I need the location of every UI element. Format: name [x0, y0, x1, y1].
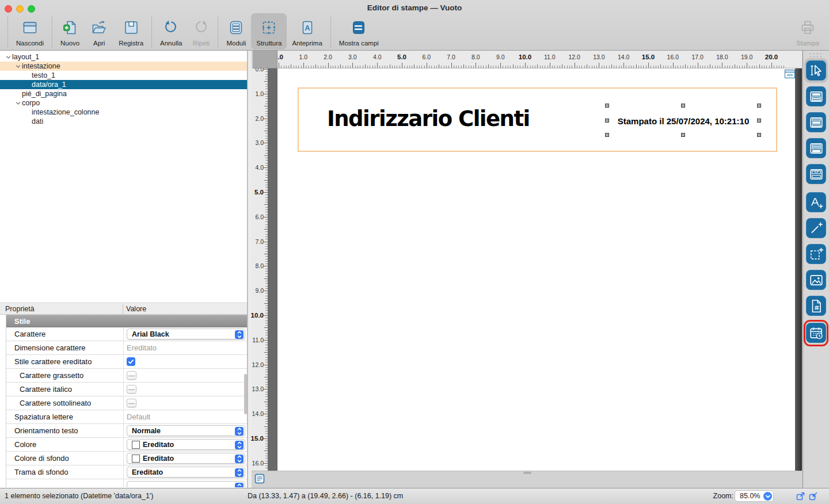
coordinates-status-text: Da (13.33, 1.47) a (19.49, 2.66) - (6.16…	[248, 492, 403, 500]
properties-header: Proprietà Valore	[0, 304, 248, 315]
inherited-value-text[interactable]: Default	[127, 413, 150, 421]
report-title-text[interactable]: Indirizzario Clienti	[327, 106, 530, 131]
selection-handle[interactable]	[681, 133, 685, 137]
toolbar-spacer	[384, 13, 792, 49]
checkbox-checked[interactable]	[127, 357, 135, 366]
v-ruler-major-tick	[263, 69, 268, 70]
body-band-tool-button[interactable]	[806, 112, 826, 132]
value-dropdown[interactable]: Arial Black	[127, 329, 245, 339]
zoom-label: Zoom:	[713, 492, 733, 500]
h-ruler-label: 10.0	[518, 54, 533, 60]
value-dropdown[interactable]: Normale	[127, 425, 245, 436]
band-code-toggle-icon[interactable]: </>	[785, 70, 795, 78]
v-ruler-major-tick	[263, 340, 268, 341]
stepper-icon	[235, 455, 244, 463]
mostra-campi-button[interactable]: Mostra campi	[334, 13, 384, 49]
apri-button[interactable]: Apri	[85, 13, 113, 49]
tree-item-pi-di-pagina[interactable]: pié_di_pagina	[0, 89, 248, 98]
zoom-select[interactable]: 85.0%	[735, 490, 774, 502]
tree-item-dati[interactable]: dati	[0, 117, 248, 126]
titlebar-toolbar: Editor di stampe — Vuoto NascondiNuovoAp…	[0, 0, 829, 51]
annulla-button[interactable]: Annulla	[155, 13, 187, 49]
tree-item-intestazione-colonne[interactable]: intestazione_colonne	[0, 108, 248, 117]
selection-handle[interactable]	[605, 133, 609, 137]
color-swatch	[132, 455, 140, 463]
property-row-carattere: CarattereArial Black	[6, 327, 248, 341]
layout-page[interactable]: Indirizzario Clienti Stampato il 25/07/2…	[277, 68, 795, 471]
tree-item-layout-1[interactable]: layout_1	[0, 52, 248, 62]
inherited-value-text[interactable]: Ereditato	[127, 343, 157, 352]
toolbar-grip-handle[interactable]	[809, 52, 824, 58]
selection-handle[interactable]	[605, 104, 609, 108]
selection-handle[interactable]	[605, 119, 609, 123]
selection-handle[interactable]	[757, 133, 761, 137]
style-section-header: Stile	[6, 315, 248, 327]
h-ruler-major-tick	[500, 63, 501, 68]
nascondi-button[interactable]: Nascondi	[11, 13, 49, 49]
scrollbar-thumb[interactable]	[523, 472, 531, 474]
header-band-tool-button[interactable]	[806, 86, 826, 106]
h-ruler-label: 9.0	[493, 54, 508, 60]
tree-item-intestazione[interactable]: intestazione	[0, 62, 248, 71]
tree-item-testo-1[interactable]: testo_1	[0, 71, 248, 80]
footer-band-tool-button[interactable]	[806, 138, 826, 158]
selection-handle[interactable]	[757, 104, 761, 108]
properties-scrollbar[interactable]	[244, 374, 247, 414]
tree-item-data-ora-1[interactable]: data/ora_1	[0, 80, 248, 89]
selection-status-text: 1 elemento selezionato (Datetime 'data/o…	[5, 492, 153, 500]
add-rect-tool-button[interactable]	[806, 244, 826, 264]
mixed-state-toggle[interactable]: —	[127, 385, 136, 394]
add-image-tool-button[interactable]	[806, 270, 826, 290]
dropdown-value: Arial Black	[132, 330, 169, 338]
chevron-down-icon[interactable]	[14, 101, 22, 106]
selection-handle[interactable]	[681, 104, 685, 108]
select-tool-button[interactable]	[806, 60, 826, 81]
anteprima-button[interactable]: AAnteprima	[287, 13, 327, 49]
property-value	[123, 355, 248, 368]
registra-button[interactable]: Registra	[113, 13, 149, 49]
band-overview-icon[interactable]	[254, 474, 265, 486]
tree-item-corpo[interactable]: corpo	[0, 98, 248, 108]
property-row-carattere-sottolineato: Carattere sottolineato—	[6, 396, 248, 410]
mixed-state-toggle[interactable]: —	[127, 371, 136, 380]
toolbar-separator	[330, 16, 331, 48]
property-row-spaziatura-lettere: Spaziatura lettereDefault	[6, 410, 248, 424]
horizontal-scroll-area[interactable]	[252, 471, 801, 488]
value-dropdown[interactable]: Ereditato	[127, 453, 245, 464]
value-dropdown[interactable]: Ereditato	[127, 439, 245, 450]
code-band-tool-button[interactable]: <>	[806, 164, 826, 184]
canvas-gutter-right	[795, 68, 802, 471]
mixed-state-toggle[interactable]: —	[127, 399, 136, 407]
v-ruler-label: 8.0	[250, 262, 264, 269]
datetime-field-text[interactable]: Stampato il 25/07/2024, 10:21:10	[618, 116, 749, 126]
add-text-tool-button[interactable]	[806, 192, 826, 212]
chevron-down-icon[interactable]	[4, 55, 12, 60]
selection-handle[interactable]	[757, 119, 761, 123]
nuovo-button[interactable]: Nuovo	[55, 13, 85, 49]
struttura-button[interactable]: Struttura	[251, 13, 287, 49]
value-dropdown[interactable]	[127, 481, 245, 488]
canvas-gutter-left	[268, 68, 277, 471]
tree-item-label: corpo	[22, 98, 40, 108]
h-ruler-label: 17.0	[690, 54, 705, 60]
tree-item-label: intestazione_colonne	[32, 108, 99, 117]
tree-item-label: dati	[32, 117, 43, 126]
value-dropdown[interactable]: Ereditato	[127, 467, 245, 478]
stepper-icon	[235, 468, 244, 477]
h-ruler-half-tick	[365, 64, 366, 68]
tree-item-label: pié_di_pagina	[22, 89, 67, 98]
moduli-button[interactable]: Moduli	[221, 13, 251, 49]
header-band[interactable]: Indirizzario Clienti Stampato il 25/07/2…	[298, 87, 777, 152]
add-text-tool-icon	[809, 195, 824, 210]
h-ruler-half-tick	[636, 64, 637, 68]
print-icon	[799, 16, 816, 39]
page-number-tool-button[interactable]	[806, 296, 826, 316]
h-ruler-major-tick	[550, 63, 550, 68]
chevron-down-icon[interactable]	[763, 492, 772, 501]
zoom-value: 85.0%	[740, 492, 760, 500]
chevron-down-icon[interactable]	[14, 64, 22, 69]
expand-window-icon[interactable]	[796, 491, 806, 503]
collapse-window-icon[interactable]	[808, 491, 819, 503]
property-value: Ereditato	[123, 438, 248, 451]
add-line-tool-button[interactable]	[806, 218, 826, 238]
